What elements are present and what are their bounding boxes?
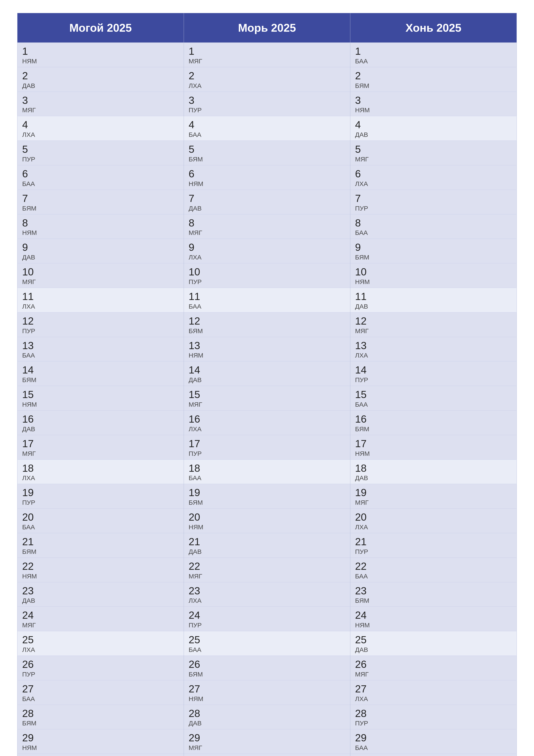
calendar-cell: 1НЯМ — [17, 43, 184, 67]
calendar-cell: 17ПУР — [184, 435, 350, 459]
calendar-cell: 4БАА — [184, 116, 350, 141]
day-label: ПУР — [22, 156, 179, 163]
calendar-cell: 17НЯМ — [350, 435, 517, 459]
day-label: БАА — [189, 303, 345, 310]
calendar-row: 19ПУР19БЯМ19МЯГ — [17, 484, 517, 509]
calendar-cell: 24МЯГ — [17, 607, 184, 631]
day-label: ПУР — [355, 376, 512, 384]
day-label: БАА — [189, 646, 345, 653]
calendar-cell: 27ЛХА — [350, 680, 517, 705]
day-label: БАА — [355, 744, 512, 751]
calendar-cell: 5БЯМ — [184, 141, 350, 165]
calendar-cell: 23ЛХА — [184, 582, 350, 607]
calendar-cell: 3НЯМ — [350, 92, 517, 116]
calendar-cell: 6БАА — [17, 165, 184, 190]
day-label: БЯМ — [189, 499, 345, 506]
day-label: МЯГ — [355, 327, 512, 335]
calendar-cell: 22МЯГ — [184, 557, 350, 582]
day-label: ПУР — [355, 548, 512, 555]
day-number: 22 — [189, 561, 345, 572]
day-label: БАА — [355, 229, 512, 236]
day-label: ПУР — [22, 499, 179, 506]
day-number: 28 — [22, 708, 179, 719]
day-number: 4 — [189, 119, 345, 131]
day-number: 5 — [22, 144, 179, 155]
calendar-row: 8НЯМ8МЯГ8БАА — [17, 214, 517, 239]
calendar-row: 6БАА6НЯМ6ЛХА — [17, 165, 517, 190]
calendar-cell: 12МЯГ — [350, 312, 517, 337]
calendar-cell: 26БЯМ — [184, 656, 350, 680]
day-label: НЯМ — [355, 278, 512, 285]
day-number: 1 — [189, 46, 345, 57]
day-number: 7 — [22, 193, 179, 204]
calendar-cell: 15БАА — [350, 386, 517, 411]
day-number: 25 — [355, 634, 512, 646]
calendar-row: 27БАА27НЯМ27ЛХА — [17, 680, 517, 705]
calendar-row: 16ДАВ16ЛХА16БЯМ — [17, 410, 517, 435]
day-label: БАА — [355, 58, 512, 65]
calendar-cell: 2ДАВ — [17, 67, 184, 92]
day-label: МЯГ — [189, 58, 345, 65]
calendar-cell: 1БАА — [350, 43, 517, 67]
calendar-cell: 10МЯГ — [17, 263, 184, 288]
day-number: 29 — [189, 732, 345, 744]
calendar-cell: 7БЯМ — [17, 190, 184, 214]
calendar-row: 22НЯМ22МЯГ22БАА — [17, 557, 517, 582]
day-number: 25 — [189, 634, 345, 646]
day-label: БЯМ — [189, 671, 345, 678]
day-number: 14 — [355, 364, 512, 376]
calendar-cell: 24ПУР — [184, 607, 350, 631]
calendar-cell: 25ДАВ — [350, 631, 517, 656]
day-label: ДАВ — [355, 303, 512, 310]
calendar-cell: 20НЯМ — [184, 509, 350, 533]
calendar-cell: 13НЯМ — [184, 337, 350, 362]
day-label: ДАВ — [189, 205, 345, 212]
calendar-cell: 26МЯГ — [350, 656, 517, 680]
day-number: 12 — [355, 315, 512, 327]
day-number: 28 — [189, 708, 345, 719]
calendar-row: 12ПУР12БЯМ12МЯГ — [17, 312, 517, 337]
day-number: 15 — [22, 389, 179, 400]
day-number: 15 — [189, 389, 345, 400]
day-number: 24 — [355, 610, 512, 621]
calendar-cell: 14БЯМ — [17, 362, 184, 386]
calendar-cell: 25ЛХА — [17, 631, 184, 656]
day-label: НЯМ — [189, 524, 345, 531]
day-number: 6 — [189, 168, 345, 180]
day-number: 10 — [22, 266, 179, 278]
calendar-cell: 3МЯГ — [17, 92, 184, 116]
day-label: БЯМ — [355, 425, 512, 433]
calendar-cell: 9ЛХА — [184, 239, 350, 263]
calendar-cell: 18ЛХА — [17, 459, 184, 484]
calendar-cell: 9БЯМ — [350, 239, 517, 263]
day-number: 16 — [189, 414, 345, 425]
day-label: МЯГ — [355, 156, 512, 163]
calendar-cell: 10НЯМ — [350, 263, 517, 288]
day-number: 2 — [355, 70, 512, 82]
day-number: 19 — [22, 487, 179, 499]
calendar-cell: 19ПУР — [17, 484, 184, 509]
calendar-row: 5ПУР5БЯМ5МЯГ — [17, 141, 517, 165]
calendar-cell: 24НЯМ — [350, 607, 517, 631]
day-number: 5 — [189, 144, 345, 155]
calendar-cell: 8МЯГ — [184, 214, 350, 239]
day-number: 20 — [189, 512, 345, 523]
calendar-cell: 11ДАВ — [350, 288, 517, 312]
day-label: БЯМ — [22, 548, 179, 555]
calendar-row: 26ПУР26БЯМ26МЯГ — [17, 656, 517, 680]
calendar-cell: 2БЯМ — [350, 67, 517, 92]
day-label: МЯГ — [355, 671, 512, 678]
day-label: БЯМ — [189, 156, 345, 163]
calendar-cell: 13БАА — [17, 337, 184, 362]
day-number: 12 — [189, 315, 345, 327]
calendar-cell: 27БАА — [17, 680, 184, 705]
day-number: 13 — [189, 340, 345, 351]
day-label: МЯГ — [189, 573, 345, 580]
day-number: 20 — [355, 512, 512, 523]
calendar-cell: 23ДАВ — [17, 582, 184, 607]
day-label: БАА — [189, 131, 345, 138]
day-number: 10 — [355, 266, 512, 278]
month2-header: Морь 2025 — [184, 13, 350, 43]
calendar-cell: 7ПУР — [350, 190, 517, 214]
day-number: 15 — [355, 389, 512, 400]
